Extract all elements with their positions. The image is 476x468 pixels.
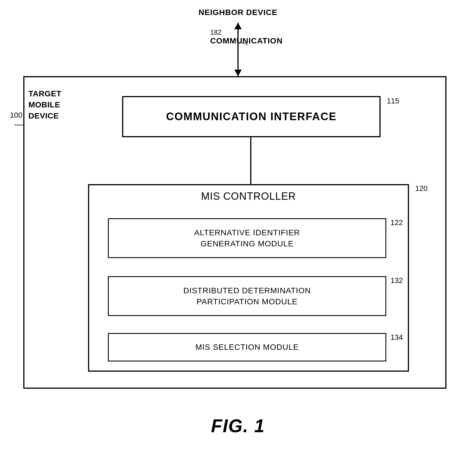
label-120: 120 (415, 184, 427, 193)
dist-box: DISTRIBUTED DETERMINATION PARTICIPATION … (108, 276, 386, 316)
label-122: 122 (391, 218, 403, 227)
diagram-container: NEIGHBOR DEVICE 182 COMMUNICATION TARGET… (0, 0, 476, 468)
neighbor-device-label: NEIGHBOR DEVICE (199, 8, 277, 17)
label-115: 115 (387, 97, 399, 105)
target-device-label: TARGET MOBILE DEVICE (28, 88, 61, 122)
comm-interface-label: COMMUNICATION INTERFACE (166, 111, 337, 123)
comm-ref: 182 (210, 28, 283, 36)
mis-controller-label: MIS CONTROLLER (201, 190, 296, 202)
comm-label-group: 182 COMMUNICATION (210, 28, 283, 45)
vert-connector (250, 137, 251, 184)
label-132: 132 (391, 276, 403, 285)
comm-interface-box: COMMUNICATION INTERFACE (122, 96, 381, 137)
label-134: 134 (391, 333, 403, 342)
mis-sel-label: MIS SELECTION MODULE (195, 343, 299, 352)
svg-marker-1 (234, 70, 242, 76)
alt-id-label: ALTERNATIVE IDENTIFIER GENERATING MODULE (194, 227, 300, 249)
comm-text: COMMUNICATION (210, 36, 283, 45)
dist-label: DISTRIBUTED DETERMINATION PARTICIPATION … (183, 285, 311, 307)
mis-controller-title: MIS CONTROLLER (89, 190, 408, 202)
label-100: 100 (10, 111, 22, 120)
mis-sel-box: MIS SELECTION MODULE (108, 333, 386, 361)
alt-id-box: ALTERNATIVE IDENTIFIER GENERATING MODULE (108, 218, 386, 258)
figure-caption: FIG. 1 (211, 415, 265, 436)
